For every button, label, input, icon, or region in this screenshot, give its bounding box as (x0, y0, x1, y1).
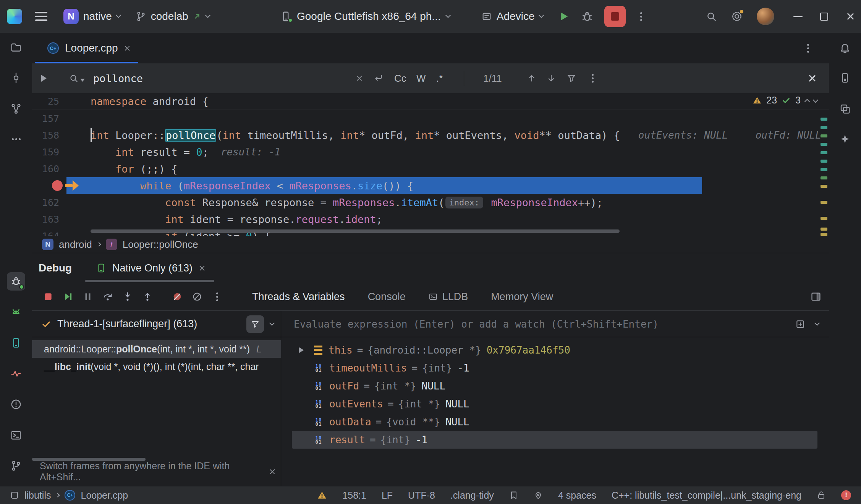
variable-row[interactable]: outEvents = {int *} NULL (281, 395, 829, 413)
warning-icon[interactable] (317, 490, 327, 500)
code-line[interactable]: 159 int result = 0; result: -1 (32, 144, 821, 160)
resume-button[interactable] (60, 288, 76, 305)
more-actions-button[interactable] (636, 16, 646, 18)
stripe-mark[interactable] (821, 134, 827, 137)
expand-chevron-icon[interactable] (299, 347, 304, 353)
stripe-mark[interactable] (821, 168, 827, 171)
sidebar-item-project[interactable] (7, 39, 25, 57)
stripe-mark[interactable] (821, 185, 827, 188)
pause-button[interactable] (80, 288, 95, 305)
search-history-button[interactable] (69, 73, 85, 83)
indent-setting[interactable]: 4 spaces (558, 490, 596, 501)
stripe-mark[interactable] (821, 151, 827, 154)
variable-row[interactable]: outFd = {int *} NULL (281, 377, 829, 395)
device-selector[interactable]: Google Cuttlefish x86_64 ph... (280, 0, 450, 33)
line-number[interactable]: 164 (32, 231, 59, 236)
debug-session-tab[interactable]: Native Only (613) (96, 262, 205, 274)
tab-memory-view[interactable]: Memory View (491, 291, 553, 303)
stripe-mark[interactable] (821, 217, 827, 220)
line-number[interactable]: 160 (32, 163, 59, 174)
breadcrumb-namespace[interactable]: android (59, 239, 92, 250)
line-number[interactable]: 163 (32, 214, 59, 225)
code-line[interactable]: 162 const Response& response = mResponse… (32, 194, 821, 211)
minimize-button[interactable] (793, 11, 803, 22)
stripe-mark[interactable] (821, 160, 827, 163)
step-into-button[interactable] (120, 288, 135, 305)
stripe-mark[interactable] (821, 143, 827, 146)
previous-match-button[interactable] (527, 73, 537, 83)
main-menu-button[interactable] (31, 10, 51, 23)
sticky-line[interactable]: 25 namespace android { (32, 93, 829, 110)
next-match-button[interactable] (546, 73, 556, 83)
sidebar-item-device-manager[interactable] (836, 69, 854, 87)
variable-row[interactable]: timeoutMillis = {int} -1 (281, 359, 829, 377)
tab-console[interactable]: Console (368, 291, 406, 303)
caret-position[interactable]: 158:1 (342, 490, 366, 501)
add-watch-icon[interactable] (795, 319, 805, 329)
search-everywhere-button[interactable] (706, 11, 717, 22)
code-line[interactable]: 163 int ident = response.request.ident; (32, 211, 821, 228)
stripe-mark[interactable] (821, 233, 827, 236)
line-number[interactable]: 158 (32, 130, 59, 141)
tab-strip-scrollbar[interactable] (85, 280, 214, 282)
stripe-mark[interactable] (821, 201, 827, 204)
step-out-button[interactable] (140, 288, 155, 305)
sidebar-item-problems[interactable] (7, 395, 25, 414)
layout-settings-button[interactable] (811, 291, 821, 302)
tab-options-button[interactable] (803, 47, 813, 49)
line-number[interactable]: 25 (32, 96, 59, 107)
mute-breakpoints-button[interactable] (170, 288, 185, 305)
maximize-button[interactable] (820, 13, 828, 21)
tab-looper-cpp[interactable]: Looper.cpp (32, 33, 141, 63)
code-line[interactable]: 158 int Looper::pollOnce(int timeoutMill… (32, 127, 821, 144)
sidebar-item-commit[interactable] (7, 69, 25, 87)
avatar[interactable] (757, 8, 774, 25)
sidebar-item-more[interactable] (7, 130, 25, 148)
stop-session-button[interactable] (40, 288, 56, 305)
code-line[interactable]: 160 for (;;) { (32, 160, 821, 177)
stripe-mark[interactable] (821, 118, 827, 121)
regex-toggle[interactable]: .* (436, 73, 443, 84)
chevron-down-icon[interactable] (814, 320, 820, 325)
stripe-mark[interactable] (821, 176, 827, 179)
settings-button[interactable] (731, 10, 743, 23)
sidebar-item-device-explorer[interactable] (7, 334, 25, 352)
code-editor[interactable]: 25 namespace android { 23 3 157 158 int … (32, 93, 829, 236)
sidebar-item-logcat[interactable] (7, 303, 25, 321)
stop-button[interactable] (604, 6, 626, 27)
new-line-button[interactable] (374, 73, 384, 83)
chevron-down-icon[interactable] (269, 320, 275, 325)
clang-tidy-status[interactable]: .clang-tidy (450, 490, 494, 501)
stripe-mark[interactable] (821, 126, 827, 129)
search-input[interactable]: pollonce (93, 73, 143, 84)
expand-replace-button[interactable] (41, 75, 47, 82)
line-number[interactable]: 157 (32, 113, 59, 124)
tab-threads-variables[interactable]: Threads & Variables (252, 291, 345, 303)
error-notification-icon[interactable] (841, 490, 851, 500)
lock-icon[interactable] (817, 491, 826, 500)
close-find-button[interactable] (808, 74, 817, 83)
status-module[interactable]: libutils (24, 490, 51, 501)
inspections-widget[interactable]: 23 3 (753, 95, 817, 106)
file-encoding[interactable]: UTF-8 (408, 490, 435, 501)
sidebar-item-structure[interactable] (7, 100, 25, 118)
variable-row[interactable]: this = {android::Looper *} 0x7967aa146f5… (281, 341, 829, 359)
horizontal-scrollbar[interactable] (91, 229, 620, 233)
status-file[interactable]: Looper.cpp (81, 490, 128, 501)
match-case-toggle[interactable]: Cc (394, 73, 406, 84)
clear-search-button[interactable] (356, 75, 363, 82)
breadcrumb-function[interactable]: Looper::pollOnce (123, 239, 198, 250)
view-breakpoints-button[interactable] (189, 288, 205, 305)
tab-lldb[interactable]: LLDB (429, 291, 468, 303)
hint-close-icon[interactable] (269, 468, 275, 475)
close-button[interactable] (846, 12, 855, 21)
variable-row[interactable]: outData = {void **} NULL (281, 413, 829, 431)
session-close-icon[interactable] (199, 265, 205, 271)
previous-problem-icon[interactable] (804, 99, 810, 104)
run-configuration-selector[interactable]: Adevice (478, 8, 546, 25)
branch-selector[interactable]: codelab (133, 8, 213, 25)
breakpoint-icon[interactable] (52, 180, 63, 191)
bookmark-icon[interactable] (509, 491, 518, 500)
variable-row-selected[interactable]: result = {int} -1 (292, 431, 817, 449)
next-problem-icon[interactable] (813, 97, 818, 102)
